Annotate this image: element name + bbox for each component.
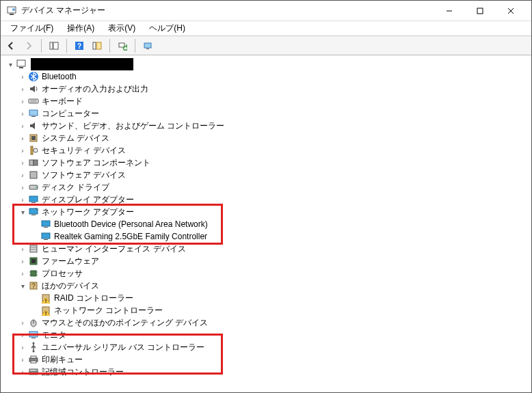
tree-node-raid-controller[interactable]: ! RAID コントローラー [6, 292, 526, 304]
svg-rect-33 [29, 196, 38, 202]
device-tree[interactable]: ▾ › Bluetooth › オーディオの入力および出力 › キーボード › … [1, 55, 531, 392]
svg-rect-12 [96, 42, 101, 49]
software-component-icon [28, 157, 39, 168]
monitor-icon [28, 329, 39, 340]
svg-rect-22 [29, 110, 38, 116]
tree-label: Realtek Gaming 2.5GbE Family Controller [54, 232, 207, 241]
tree-root-node[interactable]: ▾ [6, 58, 526, 70]
expand-toggle[interactable]: › [18, 122, 27, 130]
tree-node-software-devices[interactable]: › ソフトウェア デバイス [6, 169, 526, 181]
expand-toggle[interactable]: › [18, 356, 27, 364]
help-button[interactable]: ? [72, 38, 87, 53]
tree-node-network-controller[interactable]: ! ネットワーク コントローラー [6, 304, 526, 316]
menu-view[interactable]: 表示(V) [101, 21, 142, 36]
expand-toggle[interactable]: › [18, 344, 27, 351]
tree-label: オーディオの入力および出力 [42, 83, 148, 95]
sound-icon [28, 120, 39, 131]
svg-rect-39 [42, 233, 50, 239]
back-button[interactable] [3, 38, 18, 53]
svg-rect-17 [19, 67, 23, 68]
tree-node-realtek[interactable]: Realtek Gaming 2.5GbE Family Controller [6, 230, 526, 243]
tree-node-processor[interactable]: › プロセッサ [6, 267, 526, 280]
tree-node-audio-io[interactable]: › オーディオの入力および出力 [6, 83, 526, 95]
expand-toggle[interactable]: › [18, 270, 27, 277]
tree-node-other-devices[interactable]: ▾ ? ほかのデバイス [6, 280, 526, 292]
svg-rect-14 [144, 43, 151, 48]
tree-node-mouse[interactable]: › マウスとそのほかのポインティング デバイス [6, 316, 526, 329]
expand-toggle[interactable]: › [18, 110, 27, 118]
expand-toggle[interactable]: › [18, 319, 27, 327]
tree-node-display-adapters[interactable]: › ディスプレイ アダプター [6, 193, 526, 206]
add-legacy-hardware-button[interactable] [140, 38, 155, 53]
tree-node-network-adapters[interactable]: ▾ ネットワーク アダプター [6, 206, 526, 218]
minimize-button[interactable] [434, 1, 464, 21]
maximize-button[interactable] [464, 1, 495, 21]
scan-hardware-button[interactable] [115, 38, 130, 53]
expand-toggle[interactable]: › [18, 98, 27, 105]
tree-label: ネットワーク アダプター [42, 206, 134, 218]
expand-toggle[interactable]: › [18, 172, 27, 179]
svg-rect-40 [44, 239, 48, 240]
svg-rect-62 [31, 338, 36, 338]
menu-help[interactable]: ヘルプ(H) [142, 21, 192, 36]
show-hide-console-tree-button[interactable] [46, 38, 62, 53]
svg-rect-30 [30, 172, 37, 178]
tree-node-security-devices[interactable]: › セキュリティ デバイス [6, 144, 526, 157]
tree-node-sound-game[interactable]: › サウンド、ビデオ、およびゲーム コントローラー [6, 120, 526, 132]
expand-toggle[interactable]: › [18, 331, 27, 339]
toolbar: ? [1, 36, 531, 55]
tree-node-usb-controllers[interactable]: › ユニバーサル シリアル バス コントローラー [6, 341, 526, 353]
properties-button[interactable] [90, 38, 105, 53]
tree-node-bluetooth[interactable]: › Bluetooth [6, 70, 526, 83]
menu-action[interactable]: 操作(A) [60, 21, 101, 36]
menu-file[interactable]: ファイル(F) [3, 21, 60, 36]
expand-toggle[interactable]: › [18, 85, 27, 93]
expand-toggle[interactable]: › [18, 258, 27, 265]
expand-toggle[interactable]: ▾ [18, 208, 27, 216]
tree-node-print-queue[interactable]: › 印刷キュー [6, 353, 526, 366]
expand-toggle[interactable]: › [18, 196, 27, 204]
svg-rect-29 [34, 160, 38, 165]
keyboard-icon [28, 96, 39, 107]
processor-icon [28, 268, 39, 279]
svg-rect-45 [31, 259, 36, 263]
expand-toggle[interactable]: › [18, 135, 27, 142]
svg-rect-67 [31, 361, 36, 363]
security-icon [28, 145, 39, 156]
tree-node-storage-controllers[interactable]: › 記憶域コントローラー [6, 366, 526, 378]
tree-node-computer[interactable]: › コンピューター [6, 107, 526, 120]
close-button[interactable] [495, 1, 526, 21]
svg-rect-26 [31, 146, 33, 154]
computer-root-icon [16, 59, 27, 70]
expand-toggle[interactable]: › [18, 184, 27, 191]
expand-toggle[interactable]: › [18, 368, 27, 376]
svg-rect-36 [31, 215, 36, 215]
tree-label: ユニバーサル シリアル バス コントローラー [42, 342, 204, 353]
tree-node-monitors[interactable]: › モニター [6, 329, 526, 341]
svg-rect-8 [53, 42, 58, 49]
svg-point-32 [36, 187, 37, 188]
expand-toggle[interactable]: › [18, 245, 27, 253]
expand-toggle[interactable]: › [18, 147, 27, 154]
tree-node-firmware[interactable]: › ファームウェア [6, 255, 526, 267]
tree-node-bt-pan[interactable]: Bluetooth Device (Personal Area Network) [6, 218, 526, 230]
expand-toggle[interactable]: › [18, 159, 27, 167]
tree-node-disk-drives[interactable]: › ディスク ドライブ [6, 181, 526, 193]
tree-label: RAID コントローラー [54, 293, 133, 304]
tree-node-hid[interactable]: › ヒューマン インターフェイス デバイス [6, 243, 526, 255]
svg-point-71 [36, 372, 37, 374]
tree-label: ソフトウェア コンポーネント [42, 157, 150, 169]
network-device-icon [40, 231, 51, 242]
expand-toggle[interactable]: ▾ [6, 61, 14, 68]
computer-icon [28, 108, 39, 119]
forward-button[interactable] [21, 38, 36, 53]
expand-toggle[interactable]: ▾ [18, 282, 27, 290]
tree-node-keyboard[interactable]: › キーボード [6, 95, 526, 107]
mouse-icon [28, 317, 39, 328]
tree-node-system-devices[interactable]: › システム デバイス [6, 132, 526, 144]
tree-label: ディスク ドライブ [42, 182, 109, 193]
disk-icon [28, 182, 39, 193]
tree-label: コンピューター [42, 108, 99, 120]
tree-node-software-components[interactable]: › ソフトウェア コンポーネント [6, 157, 526, 169]
expand-toggle[interactable]: › [18, 73, 27, 81]
